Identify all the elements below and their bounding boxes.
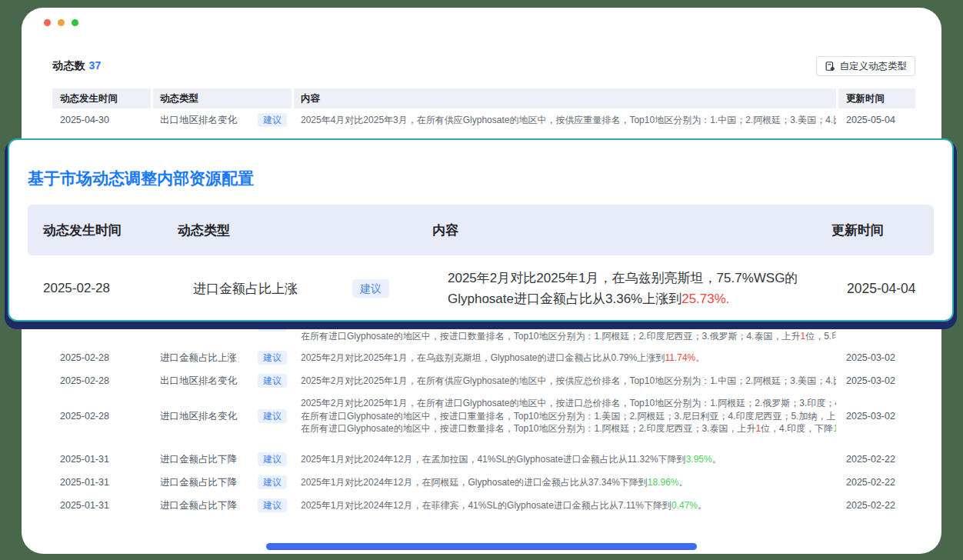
content-line: 在所有进口Glyphosate的地区中，按进口重量排名，Top10地区分别为：1… — [301, 410, 836, 423]
highlight-red: 25.73%. — [681, 292, 729, 306]
highlight-red: 11.74% — [665, 352, 695, 363]
customize-dynamic-type-button[interactable]: 自定义动态类型 — [816, 56, 916, 76]
column-header-type: 动态类型 — [153, 88, 292, 108]
row-type-cell: 进口金额占比下降建议 — [153, 448, 292, 471]
highlight-green: 1 — [833, 423, 836, 434]
row-updated: 2025-05-04 — [838, 108, 915, 132]
row-content: 2025年2月对比2025年1月，在乌兹别克斯坦，Glyphosate的进口金额… — [294, 346, 836, 369]
row-date: 2025-01-31 — [52, 448, 151, 471]
highlight-callout: 基于市场动态调整内部资源配置 动态发生时间 动态类型 内容 更新时间 2025-… — [8, 138, 954, 322]
content-line: 2025年2月对比2025年1月，在所有供应Glyphosate的地区中，按供应… — [301, 375, 836, 388]
row-type: 进口金额占比下降 — [160, 453, 237, 466]
table-row: 2025-01-31进口金额占比下降建议2025年1月对比2024年12月，在阿… — [52, 471, 915, 494]
minimize-button[interactable] — [58, 19, 65, 26]
callout-column-content: 内容 — [416, 222, 816, 239]
callout-row-date: 2025-02-28 — [28, 281, 178, 296]
callout-suggestion-tag: 建议 — [352, 279, 389, 298]
suggestion-tag: 建议 — [258, 475, 287, 489]
content-line: 2025年4月对比2025年3月，在所有供应Glyphosate的地区中，按供应… — [301, 114, 836, 127]
page: 动态数37 自定义动态类型 动态发生时间 动态类型 内容 更新时间 2 — [0, 0, 963, 560]
text-segment: 2025年2月对比2025年1月，在乌兹别亮斯坦，75.7%WSG的Glypho… — [448, 271, 798, 306]
text-segment: 在所有进口Glyphosate的地区中，按进口数量排名，Top10地区分别为：1… — [301, 423, 755, 434]
row-date: 2025-01-31 — [52, 494, 151, 517]
text-segment: 。 — [698, 500, 707, 511]
zoom-button[interactable] — [72, 19, 78, 26]
column-header-updated: 更新时间 — [838, 88, 915, 108]
content-line: 2025年1月对比2024年12月，在菲律宾，41%SL的Glyphosate进… — [301, 499, 707, 512]
text-segment: 位，4.印度，下降 — [761, 423, 833, 434]
table-row: 2025-02-28进口金额占比上涨建议2025年2月对比2025年1月，在乌兹… — [52, 346, 915, 369]
callout-column-date: 动态发生时间 — [28, 222, 162, 239]
row-content: 2025年1月对比2024年12月，在孟加拉国，41%SL的Glyphosate… — [294, 448, 836, 471]
suggestion-tag: 建议 — [258, 498, 287, 512]
text-segment: 位，5.印度，下降 — [805, 331, 836, 342]
row-date: 2025-02-28 — [52, 346, 151, 369]
text-segment: 2025年1月对比2024年12月，在孟加拉国，41%SL的Glyphosate… — [301, 454, 686, 465]
text-segment: 在所有进口Glyphosate的地区中，按进口数量排名，Top10地区分别为：1… — [301, 331, 800, 342]
row-type: 进口金额占比下降 — [160, 499, 237, 512]
row-type: 出口地区排名变化 — [160, 114, 237, 127]
callout-row-content-cell: 2025年2月对比2025年1月，在乌兹别亮斯坦，75.7%WSG的Glypho… — [432, 268, 831, 309]
row-type: 进口金额占比下降 — [160, 476, 237, 489]
row-updated: 2025-02-22 — [838, 494, 915, 517]
table-row: 2025-02-28进口地区排名变化建议2025年2月对比2025年1月，在所有… — [52, 392, 915, 440]
content-line: 2025年2月对比2025年1月，在所有进口Glyphosate的地区中，按进口… — [301, 397, 836, 410]
row-type-cell: 进口金额占比上涨建议 — [153, 346, 292, 369]
row-type-cell: 出口地区排名变化建议 — [153, 108, 292, 132]
text-segment: 2025年2月对比2025年1月，在乌兹别克斯坦，Glyphosate的进口金额… — [301, 352, 665, 363]
callout-title: 基于市场动态调整内部资源配置 — [28, 168, 934, 189]
text-segment: 2025年4月对比2025年3月，在所有供应Glyphosate的地区中，按供应… — [301, 115, 836, 125]
row-date: 2025-01-31 — [52, 471, 151, 494]
text-segment: 在所有进口Glyphosate的地区中，按进口重量排名，Top10地区分别为：1… — [301, 411, 836, 422]
dynamics-count: 动态数37 — [52, 59, 102, 73]
row-content: 2025年1月对比2024年12月，在菲律宾，41%SL的Glyphosate进… — [294, 494, 836, 517]
column-header-date: 动态发生时间 — [52, 88, 151, 108]
callout-row-type: 进口金额占比上涨 — [193, 280, 298, 298]
content-line: 在所有进口Glyphosate的地区中，按进口数量排名，Top10地区分别为：1… — [301, 330, 836, 343]
traffic-lights — [44, 19, 78, 26]
suggestion-tag: 建议 — [258, 409, 287, 423]
text-segment: 2025年2月对比2025年1月，在所有进口Glyphosate的地区中，按进口… — [301, 398, 836, 408]
callout-row-updated: 2025-04-04 — [831, 281, 934, 297]
text-segment: 2025年1月对比2024年12月，在阿根廷，Glyphosate的进口金额占比… — [301, 477, 648, 488]
row-type: 出口地区排名变化 — [160, 375, 237, 388]
row-updated: 2025-03-02 — [838, 346, 915, 369]
row-content: 2025年2月对比2025年1月，在所有进口Glyphosate的地区中，按进口… — [294, 392, 836, 440]
row-type-cell: 进口金额占比下降建议 — [153, 471, 292, 494]
callout-row-type-cell: 进口金额占比上涨 建议 — [178, 279, 432, 298]
row-updated: 2025-03-02 — [838, 369, 915, 392]
row-type: 进口金额占比上涨 — [160, 352, 237, 365]
table-row: 2025-01-31进口金额占比下降建议2025年1月对比2024年12月，在菲… — [52, 494, 915, 517]
customize-icon — [825, 61, 835, 72]
row-type: 进口地区排名变化 — [160, 410, 237, 423]
callout-row-content: 2025年2月对比2025年1月，在乌兹别亮斯坦，75.7%WSG的Glypho… — [448, 268, 817, 309]
app-window: 动态数37 自定义动态类型 动态发生时间 动态类型 内容 更新时间 2 — [22, 8, 941, 554]
text-segment: 。 — [695, 352, 705, 363]
callout-column-updated: 更新时间 — [816, 222, 934, 239]
text-segment: 2025年1月对比2024年12月，在菲律宾，41%SL的Glyphosate进… — [301, 500, 671, 511]
row-date: 2025-02-28 — [52, 369, 151, 392]
text-segment: 。 — [679, 477, 688, 488]
table-row: 2025-04-30出口地区排名变化建议2025年4月对比2025年3月，在所有… — [52, 108, 915, 132]
dynamics-count-value: 37 — [89, 59, 102, 72]
table-row: 2025-02-28出口地区排名变化建议2025年2月对比2025年1月，在所有… — [52, 369, 915, 392]
close-button[interactable] — [44, 19, 51, 26]
row-updated: 2025-02-22 — [838, 471, 915, 494]
table-row: 2025-01-31进口金额占比下降建议2025年1月对比2024年12月，在孟… — [52, 448, 915, 471]
suggestion-tag: 建议 — [258, 351, 287, 365]
row-type-cell: 进口地区排名变化建议 — [153, 392, 292, 440]
row-date: 2025-02-28 — [52, 392, 151, 440]
text-segment: 2025年2月对比2025年1月，在所有供应Glyphosate的地区中，按供应… — [301, 375, 836, 386]
row-updated: 2025-02-22 — [838, 448, 915, 471]
row-type-cell: 进口金额占比下降建议 — [153, 494, 292, 517]
content-line: 2025年1月对比2024年12月，在阿根廷，Glyphosate的进口金额占比… — [301, 476, 688, 489]
content-line: 2025年2月对比2025年1月，在乌兹别克斯坦，Glyphosate的进口金额… — [301, 352, 705, 365]
content-line: 2025年1月对比2024年12月，在孟加拉国，41%SL的Glyphosate… — [301, 453, 721, 466]
suggestion-tag: 建议 — [258, 113, 287, 127]
highlight-green: 3.95% — [686, 454, 712, 465]
row-content: 2025年4月对比2025年3月，在所有供应Glyphosate的地区中，按供应… — [294, 108, 836, 132]
row-type-cell: 出口地区排名变化建议 — [153, 369, 292, 392]
horizontal-scrollbar-thumb[interactable] — [266, 543, 697, 550]
row-content: 2025年1月对比2024年12月，在阿根廷，Glyphosate的进口金额占比… — [294, 471, 836, 494]
text-segment: 。 — [712, 454, 721, 465]
